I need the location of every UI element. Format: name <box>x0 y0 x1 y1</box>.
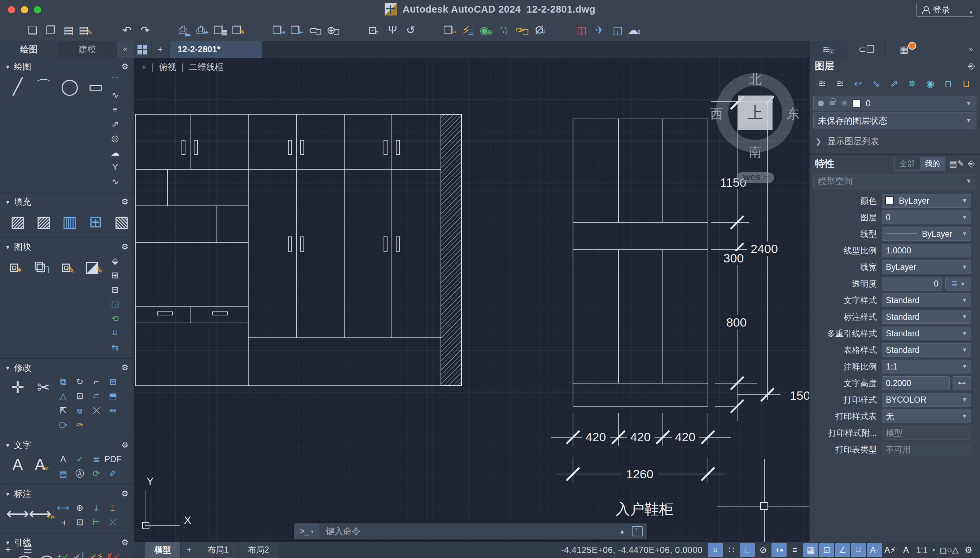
stretch-icon[interactable]: ⇱ <box>55 403 71 418</box>
section-gear-icon[interactable]: ⚙ <box>121 538 128 547</box>
add-palette-icon[interactable]: + <box>5 544 11 556</box>
tab-references[interactable]: ⊂❒ <box>847 41 885 57</box>
property-value[interactable]: 模型 ▼ <box>882 426 971 440</box>
property-value[interactable]: 无 ▼ <box>882 409 971 423</box>
ortho-icon[interactable]: ∟ <box>740 543 755 557</box>
base-point-icon[interactable]: ◲ <box>107 297 124 312</box>
fields-icon[interactable]: Ø# <box>531 21 549 39</box>
text-update-icon[interactable]: ⟳ <box>88 466 105 481</box>
trim-icon[interactable]: ✂ <box>29 374 55 400</box>
dim-continue-icon[interactable]: ⫞ <box>55 515 71 530</box>
export-icon[interactable]: ❒⇤ <box>288 21 306 39</box>
dim-brush-icon[interactable]: ⟷✑ <box>29 501 55 526</box>
align-icon[interactable]: ⧂ <box>55 418 71 432</box>
brush-icon[interactable]: ✑ <box>71 418 88 432</box>
leader-remove-icon[interactable]: ✗↙ <box>105 549 121 558</box>
break-icon[interactable]: ⤫ <box>88 403 105 418</box>
palette-list-icon[interactable]: ☰ <box>23 544 32 556</box>
model-tab[interactable]: 模型 <box>145 542 181 558</box>
orbit-icon[interactable]: ↺ <box>400 21 418 39</box>
layer-brush-icon[interactable]: ≋ <box>831 76 849 92</box>
workspace-icon[interactable]: ◻○△ <box>938 543 960 557</box>
purge-icon[interactable]: ✑❒ <box>513 21 531 39</box>
preview-icon[interactable]: ◱ <box>608 21 626 39</box>
drawing-tab-active[interactable]: 12-2-2801* <box>170 41 262 57</box>
spell-check-icon[interactable]: ✓ <box>71 452 88 466</box>
tab-overview-icon[interactable] <box>133 41 151 57</box>
property-value[interactable]: Standard ▼ <box>882 343 971 357</box>
edit-block-icon[interactable]: ⧈✎ <box>55 254 81 279</box>
snap-icon[interactable]: ∷ <box>724 543 739 557</box>
text-height-pick-button[interactable]: ⊷ <box>953 376 971 390</box>
wcs-dropdown[interactable]: WCS▽ <box>736 172 774 183</box>
import-icon[interactable]: ❒⇥ <box>270 21 288 39</box>
osnap-icon[interactable]: ⌑ <box>851 543 866 557</box>
tag-icon[interactable]: ⬙ <box>107 254 124 268</box>
tab-draw[interactable]: 绘图 <box>0 41 58 57</box>
donut-icon[interactable]: ◎ <box>107 131 124 146</box>
section-gear-icon[interactable]: ⚙ <box>121 62 128 71</box>
isodraft-icon[interactable]: ∠ <box>835 543 850 557</box>
arc-icon[interactable]: ⌒ <box>29 74 55 99</box>
command-panel-icon[interactable] <box>632 526 642 537</box>
layer-lock-icon[interactable]: ⊓ <box>940 76 957 92</box>
save-web-icon[interactable]: ⊕❒ <box>324 21 342 39</box>
offset-icon[interactable]: ⊂ <box>88 389 105 403</box>
collapse-palette-button[interactable]: « <box>117 41 133 57</box>
dim-angle-icon[interactable]: ⤫ <box>105 515 121 530</box>
panel-tabs-overflow-button[interactable]: » <box>961 41 980 57</box>
section-gear-icon[interactable]: ⚙ <box>121 242 128 252</box>
compass-south[interactable]: 南 <box>749 143 762 161</box>
plot-style-edit-icon[interactable]: ❒✎ <box>229 21 247 39</box>
new-layout-button[interactable]: + <box>181 542 198 558</box>
block-save-icon[interactable]: ⊟ <box>107 282 124 297</box>
viewport-edit-icon[interactable]: ❒✑ <box>441 21 459 39</box>
customize-icon[interactable]: ⚙ <box>961 543 976 557</box>
annotation-scale-icon[interactable]: A <box>898 543 914 557</box>
array-icon[interactable]: ⊞ <box>105 374 121 389</box>
gradient-icon[interactable]: ▥ <box>55 209 81 234</box>
block-table-icon[interactable]: ⊞ <box>107 268 124 282</box>
command-history-icon[interactable]: ▲ <box>619 528 625 535</box>
section-collapse-icon[interactable]: ▼ <box>5 199 10 205</box>
scale-value[interactable]: 1:1 <box>914 543 929 557</box>
polar-icon[interactable]: ⊘ <box>756 543 771 557</box>
new-drawing-tab-button[interactable]: + <box>152 41 169 57</box>
share-icon[interactable]: ✈ <box>590 21 608 39</box>
multiline-icon[interactable]: ≡ <box>107 102 124 117</box>
dimension-icon[interactable]: ⟷ <box>3 501 29 526</box>
block-replace-icon[interactable]: ⇆ <box>107 340 124 355</box>
compass-top-face[interactable]: 上 <box>738 95 772 130</box>
divide-icon[interactable]: Y <box>107 160 124 174</box>
transparency-icon[interactable]: ▦ <box>803 543 819 557</box>
command-input[interactable]: 键入命令 <box>320 525 619 537</box>
scale-icon[interactable]: ⧇ <box>71 403 88 418</box>
zoom-icon[interactable]: ⊡⌕ <box>364 21 382 39</box>
text-align-icon[interactable]: A <box>55 452 71 466</box>
section-collapse-icon[interactable]: ▼ <box>5 491 10 497</box>
property-value[interactable]: Standard ▼ <box>882 327 971 340</box>
property-value[interactable]: 0.2000 ▼ <box>882 376 950 390</box>
auto-scale-icon[interactable]: A⚡ <box>883 543 898 557</box>
polyline-arc-icon[interactable]: ⌒ <box>107 74 124 88</box>
dim-edit-icon[interactable]: ⌶ <box>105 501 121 515</box>
insert-block-icon[interactable]: ⧈✶ <box>3 254 29 279</box>
layer-previous-icon[interactable]: ↩ <box>849 76 867 92</box>
tab-layers[interactable]: ≋ⓘ <box>810 41 847 57</box>
compass-east[interactable]: 东 <box>787 105 800 123</box>
hatch-edit-icon[interactable]: ▧ <box>107 209 133 234</box>
current-layer-dropdown[interactable]: ❄ 0 ▼ <box>813 96 977 111</box>
undo-icon[interactable]: ↶ <box>117 21 135 39</box>
pdf-text-icon[interactable]: PDF <box>105 452 121 466</box>
section-gear-icon[interactable]: ⚙ <box>121 197 128 207</box>
leader-collect-icon[interactable]: ↙⚡ <box>88 549 105 558</box>
autohide-icon[interactable]: ⎆ <box>968 61 975 71</box>
transparency-bylayer-button[interactable]: ≣▼ <box>945 277 971 290</box>
boundary-icon[interactable]: ⊞ <box>81 209 107 234</box>
property-value[interactable]: Standard ▼ <box>882 294 971 307</box>
annotation-visibility-icon[interactable]: A· <box>867 543 882 557</box>
layer-state-dropdown[interactable]: 未保存的图层状态 ▼ <box>813 112 977 129</box>
layer-isolate-icon[interactable]: ≋ <box>813 76 831 92</box>
layout2-tab[interactable]: 布局2 <box>239 542 279 558</box>
compass-north[interactable]: 北 <box>749 71 762 88</box>
